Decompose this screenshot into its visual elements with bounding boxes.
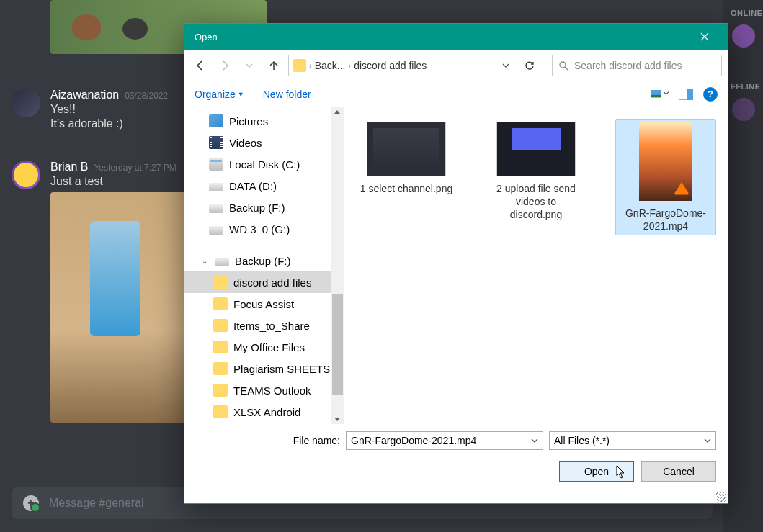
tree-item-label: DATA (D:) xyxy=(229,180,277,192)
folder-tree[interactable]: PicturesVideosLocal Disk (C:)DATA (D:)Ba… xyxy=(184,107,344,424)
avatar[interactable] xyxy=(12,89,40,117)
drive-icon xyxy=(209,158,223,171)
search-input[interactable]: Search discord add files xyxy=(552,55,722,76)
tree-item-label: Local Disk (C:) xyxy=(229,158,300,171)
tree-item[interactable]: XLSX Android xyxy=(184,401,344,423)
svg-rect-2 xyxy=(651,94,661,96)
new-folder-button[interactable]: New folder xyxy=(263,89,311,100)
disk-icon xyxy=(209,183,223,191)
avatar[interactable] xyxy=(12,161,40,189)
username[interactable]: Aizawanation xyxy=(50,89,119,102)
nav-toolbar: › Back... › discord add files Search dis… xyxy=(184,50,728,81)
file-name-label: 2 upload file send videos to discord.png xyxy=(488,182,584,222)
folder-icon xyxy=(213,276,228,289)
file-item[interactable]: 1 select channel.png xyxy=(356,119,457,198)
tree-item[interactable]: Pictures xyxy=(184,110,344,132)
refresh-icon xyxy=(525,60,535,71)
breadcrumb-dropdown[interactable] xyxy=(502,62,509,69)
tree-item-label: Backup (F:) xyxy=(229,202,285,214)
arrow-up-icon xyxy=(268,60,280,71)
close-button[interactable] xyxy=(689,26,720,48)
file-thumbnail xyxy=(367,122,446,176)
tree-item[interactable]: Backup (F:) xyxy=(184,197,344,218)
view-mode-button[interactable] xyxy=(651,86,669,102)
attach-button[interactable]: + xyxy=(23,495,39,511)
file-type-select[interactable]: All Files (*.*) xyxy=(549,431,716,450)
tree-scrollbar[interactable] xyxy=(331,107,344,424)
file-item[interactable]: 2 upload file send videos to discord.png xyxy=(486,119,586,225)
dialog-title: Open xyxy=(192,32,689,42)
filename-input[interactable]: GnR-FargoDome-2021.mp4 xyxy=(346,431,543,450)
tree-item-label: Pictures xyxy=(229,115,268,127)
filename-label: File name: xyxy=(196,435,340,446)
tree-item[interactable]: Focus Assist xyxy=(184,293,344,315)
breadcrumb[interactable]: › Back... › discord add files xyxy=(288,55,514,76)
folder-icon xyxy=(213,384,228,397)
message-input-placeholder: Message #general xyxy=(49,497,144,510)
offline-heading: FFLINE xyxy=(723,73,763,95)
forward-button[interactable] xyxy=(215,55,235,76)
arrow-left-icon xyxy=(195,60,206,71)
chevron-down-icon xyxy=(502,62,509,69)
tree-item-label: Videos xyxy=(229,137,262,149)
member-avatar[interactable] xyxy=(732,98,755,121)
file-name-label: GnR-FargoDome-2021.mp4 xyxy=(618,207,713,233)
tree-item[interactable]: My Office Files xyxy=(184,336,344,358)
folder-icon xyxy=(213,405,228,418)
username[interactable]: Brian B xyxy=(50,161,88,173)
vid-icon xyxy=(209,136,223,149)
close-icon xyxy=(700,32,709,41)
cancel-button[interactable]: Cancel xyxy=(641,461,716,482)
breadcrumb-item[interactable]: discord add files xyxy=(354,60,427,71)
dialog-body: PicturesVideosLocal Disk (C:)DATA (D:)Ba… xyxy=(184,107,728,424)
tree-item[interactable]: TEAMS Outlook xyxy=(184,379,344,401)
tree-item[interactable]: DATA (D:) xyxy=(184,175,344,197)
preview-pane-button[interactable] xyxy=(677,86,695,102)
tree-item-label: Items_to_Share xyxy=(233,320,310,332)
refresh-button[interactable] xyxy=(519,55,540,76)
svg-rect-4 xyxy=(687,89,693,100)
dialog-titlebar[interactable]: Open xyxy=(184,24,728,50)
preview-pane-icon xyxy=(679,89,693,100)
open-button[interactable]: Open xyxy=(559,461,634,482)
folder-icon xyxy=(213,297,228,310)
folder-icon xyxy=(213,362,228,375)
tree-item-label: My Office Files xyxy=(233,341,305,353)
up-button[interactable] xyxy=(264,55,284,76)
tree-item[interactable]: discord add files xyxy=(184,271,344,293)
member-sidebar: ONLINE FFLINE xyxy=(723,0,763,532)
tree-item-label: discord add files xyxy=(233,276,311,289)
folder-icon xyxy=(213,319,228,332)
tree-item-label: XLSX Android xyxy=(233,406,300,418)
tree-item[interactable]: ⌄Backup (F:) xyxy=(184,250,344,271)
tree-item-label: Focus Assist xyxy=(233,298,294,310)
tree-item[interactable]: Videos xyxy=(184,132,344,153)
cursor-icon xyxy=(616,465,626,479)
online-heading: ONLINE xyxy=(723,0,763,22)
file-thumbnail xyxy=(496,122,576,176)
file-item[interactable]: GnR-FargoDome-2021.mp4 xyxy=(615,119,716,235)
folder-icon xyxy=(213,341,228,353)
help-button[interactable]: ? xyxy=(703,87,718,102)
tree-item[interactable]: Local Disk (C:) xyxy=(184,153,344,175)
member-avatar[interactable] xyxy=(732,24,755,48)
tree-item[interactable]: WD 3_0 (G:) xyxy=(184,218,344,240)
message-timestamp: 03/28/2022 xyxy=(125,91,168,101)
back-button[interactable] xyxy=(190,55,210,76)
pic-icon xyxy=(209,114,223,127)
tree-item[interactable]: Items_to_Share xyxy=(184,315,344,336)
breadcrumb-sep: › xyxy=(348,61,351,70)
message-timestamp: Yesterday at 7:27 PM xyxy=(94,163,176,173)
scrollbar-thumb[interactable] xyxy=(332,294,343,395)
resize-grip[interactable] xyxy=(716,492,726,502)
organize-menu[interactable]: Organize▼ xyxy=(195,89,244,100)
collapse-icon[interactable]: ⌄ xyxy=(202,257,209,265)
dialog-footer: File name: GnR-FargoDome-2021.mp4 All Fi… xyxy=(184,424,728,492)
file-list[interactable]: 1 select channel.png2 upload file send v… xyxy=(344,107,728,424)
svg-point-0 xyxy=(560,62,566,68)
recent-dropdown[interactable] xyxy=(239,55,259,76)
tree-item[interactable]: Plagiarism SHEETS xyxy=(184,358,344,379)
file-name-label: 1 select channel.png xyxy=(359,182,454,195)
breadcrumb-item[interactable]: Back... xyxy=(315,60,346,71)
disk-icon xyxy=(209,204,223,213)
